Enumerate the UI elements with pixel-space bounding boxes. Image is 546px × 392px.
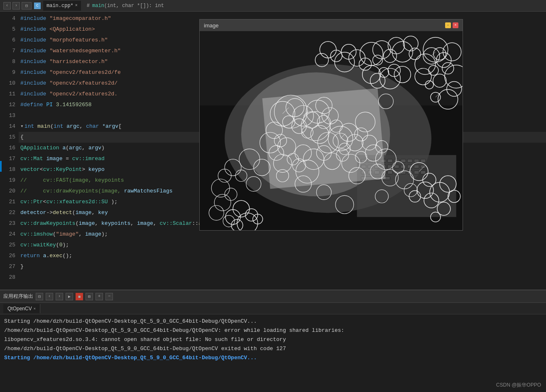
output-line: Starting /home/dzh/build-QtOpenCV-Deskto… [4, 317, 542, 326]
svg-rect-29 [387, 171, 392, 174]
output-title: 应用程序输出 [3, 293, 33, 300]
nav-buttons[interactable]: ‹ › ⊟ [3, 2, 32, 10]
code-line-28 [19, 272, 546, 283]
file-tab[interactable]: main.cpp* × [43, 1, 81, 11]
svg-rect-9 [387, 159, 392, 163]
code-line-26: return a.exec(); [19, 251, 546, 261]
image-content [200, 31, 463, 230]
output-stop-button[interactable]: ◼ [76, 293, 83, 300]
back-button[interactable]: ‹ [3, 2, 11, 10]
output-tab-label: QtOpenCV [7, 306, 32, 312]
watermark-text: CSDN @振华OPPO [496, 382, 541, 388]
func-params: (int, char *[]): int [104, 3, 164, 9]
code-line-27: } [19, 261, 546, 272]
output-plus-button[interactable]: + [95, 293, 103, 300]
image-window-titlebar: image – × [200, 19, 463, 31]
output-prev-button[interactable]: ‹ [46, 293, 53, 300]
keypoint-image [200, 31, 463, 230]
output-run-button[interactable]: ▶ [66, 293, 73, 300]
output-minus-button[interactable]: − [105, 293, 113, 300]
output-line: /home/dzh/build-QtOpenCV-Desktop_Qt_5_9_… [4, 326, 542, 335]
svg-rect-21 [401, 165, 406, 168]
line-numbers: 4567891011121314151617181920212223242526… [0, 12, 19, 292]
output-tab-close[interactable]: × [34, 307, 36, 311]
active-line-indicator [0, 161, 2, 172]
svg-rect-24 [421, 165, 426, 168]
close-window-button[interactable]: × [453, 22, 458, 28]
output-toolbar: 应用程序输出 ⊟ ‹ › ▶ ◼ ⊞ + − [0, 290, 546, 303]
func-name: main [92, 3, 104, 9]
output-line: Starting /home/dzh/build-QtOpenCV-Deskto… [4, 353, 542, 363]
svg-rect-14 [421, 159, 426, 163]
function-signature: main(int, char *[]): int [92, 3, 164, 9]
svg-rect-20 [394, 165, 399, 168]
output-content: Starting /home/dzh/build-QtOpenCV-Deskto… [0, 314, 546, 392]
hash-symbol: # [87, 3, 90, 9]
build-button[interactable]: ⊟ [22, 2, 32, 10]
svg-rect-36 [262, 88, 386, 189]
file-icon: C [34, 2, 41, 9]
output-panel: 应用程序输出 ⊟ ‹ › ▶ ◼ ⊞ + − QtOpenCV × Starti… [0, 290, 546, 392]
output-extra-button[interactable]: ⊞ [86, 293, 93, 300]
svg-rect-11 [401, 159, 406, 163]
output-line: libopencv_xfeatures2d.so.3.4: cannot ope… [4, 335, 542, 344]
svg-rect-12 [407, 159, 412, 163]
code-line-25: cv::waitKey(0); [19, 240, 546, 251]
output-tab-qtopencv[interactable]: QtOpenCV × [3, 304, 40, 313]
svg-rect-33 [414, 171, 419, 174]
forward-button[interactable]: › [12, 2, 20, 10]
title-bar: ‹ › ⊟ C main.cpp* × # main(int, char *[]… [0, 0, 546, 12]
output-config-button[interactable]: ⊟ [36, 293, 43, 300]
image-window[interactable]: image – × [199, 19, 463, 231]
output-line: /home/dzh/build-QtOpenCV-Desktop_Qt_5_9_… [4, 344, 542, 353]
output-tabs: QtOpenCV × [0, 303, 546, 314]
svg-rect-13 [414, 159, 419, 163]
output-next-button[interactable]: › [56, 293, 63, 300]
editor-area: 4567891011121314151617181920212223242526… [0, 12, 546, 292]
minimize-button[interactable]: – [445, 22, 451, 28]
image-window-controls[interactable]: – × [445, 22, 458, 28]
svg-rect-34 [421, 171, 426, 174]
tab-close-button[interactable]: × [75, 3, 78, 8]
svg-rect-23 [414, 165, 419, 168]
watermark: CSDN @振华OPPO [496, 382, 541, 389]
filename-label: main.cpp* [47, 3, 73, 9]
image-window-title: image [204, 22, 218, 29]
